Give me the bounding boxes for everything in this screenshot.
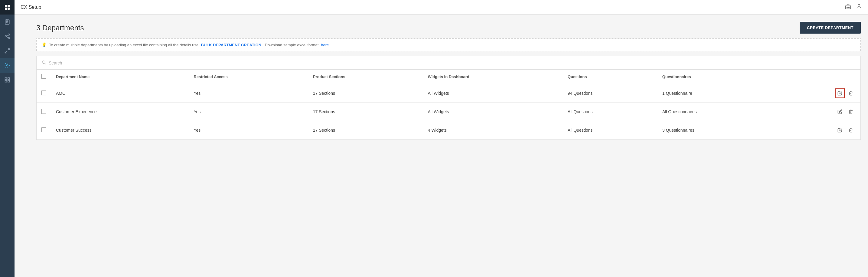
delete-button-customer-experience[interactable] (846, 107, 856, 116)
svg-point-15 (7, 65, 8, 66)
svg-rect-19 (8, 81, 10, 82)
svg-rect-21 (847, 7, 848, 8)
svg-point-25 (42, 61, 45, 63)
info-text-before: To create multiple departments by upload… (49, 43, 198, 47)
svg-line-11 (6, 37, 8, 37)
trash-icon (848, 128, 853, 133)
here-link[interactable]: here (321, 43, 329, 47)
table-row: AMC Yes 17 Sections All Widgets 94 Quest… (37, 84, 861, 103)
page-title: 3 Departments (36, 24, 84, 32)
header-questionnaires: Questionnaires (657, 70, 778, 84)
svg-line-14 (5, 52, 7, 53)
select-all-checkbox[interactable] (41, 74, 46, 79)
svg-rect-20 (846, 6, 851, 9)
sidebar-logo (0, 0, 14, 15)
row-questionnaires-customer-experience: All Questionnaires (657, 103, 778, 121)
create-department-button[interactable]: CREATE DEPARTMENT (800, 22, 861, 34)
topbar-title: CX Setup (21, 4, 41, 10)
search-wrap (41, 60, 856, 66)
grid-logo-icon (4, 4, 10, 10)
user-icon[interactable] (856, 3, 862, 11)
table-header: Department Name Restricted Access Produc… (37, 70, 861, 84)
svg-rect-23 (849, 7, 850, 8)
svg-rect-17 (8, 78, 10, 80)
sidebar-item-clipboard[interactable] (0, 15, 14, 29)
svg-rect-1 (7, 5, 10, 7)
search-row (37, 56, 861, 70)
row-checkbox-customer-experience[interactable] (41, 109, 46, 114)
header-restricted-access: Restricted Access (189, 70, 308, 84)
search-input[interactable] (49, 60, 856, 65)
settings-icon (4, 62, 10, 68)
row-department-name-customer-experience: Customer Experience (51, 103, 189, 121)
page-title-label: Departments (42, 24, 84, 32)
header-widgets-dashboard: Widgets In Dashboard (423, 70, 563, 84)
svg-rect-0 (5, 5, 7, 7)
row-questionnaires-customer-success: 3 Questionnaires (657, 121, 778, 140)
row-sections-customer-success: 17 Sections (308, 121, 423, 140)
delete-button-amc[interactable] (846, 88, 856, 98)
row-widgets-customer-success: 4 Widgets (423, 121, 563, 140)
table-row: Customer Experience Yes 17 Sections All … (37, 103, 861, 121)
edit-button-customer-success[interactable] (835, 125, 845, 135)
svg-rect-16 (5, 78, 7, 80)
grid2-icon (4, 77, 10, 83)
svg-point-8 (8, 34, 10, 35)
info-banner: 💡 To create multiple departments by uplo… (36, 38, 861, 51)
edit-button-customer-experience[interactable] (835, 107, 845, 116)
row-checkbox-cell (37, 103, 51, 121)
table-body: AMC Yes 17 Sections All Widgets 94 Quest… (37, 84, 861, 140)
clipboard-icon (4, 19, 10, 25)
row-questionnaires-amc: 1 Questionnaire (657, 84, 778, 103)
trash-icon (848, 109, 853, 114)
svg-point-9 (5, 36, 7, 37)
info-text-after: . (331, 43, 332, 47)
bank-icon[interactable] (845, 3, 851, 11)
bulk-creation-link[interactable]: BULK DEPARTMENT CREATION (201, 43, 261, 47)
header-actions (778, 70, 861, 84)
row-actions-customer-success (778, 121, 861, 140)
table-container: Department Name Restricted Access Produc… (36, 56, 861, 140)
row-restricted-customer-experience: Yes (189, 103, 308, 121)
row-questions-customer-experience: All Questions (563, 103, 657, 121)
row-checkbox-amc[interactable] (41, 90, 46, 95)
svg-rect-18 (5, 81, 7, 82)
row-widgets-customer-experience: All Widgets (423, 103, 563, 121)
main-content: 3 Departments CREATE DEPARTMENT 💡 To cre… (29, 15, 868, 277)
table-row: Customer Success Yes 17 Sections 4 Widge… (37, 121, 861, 140)
search-icon (41, 60, 46, 66)
row-checkbox-customer-success[interactable] (41, 128, 46, 132)
row-restricted-customer-success: Yes (189, 121, 308, 140)
info-text-middle: .Download sample excel format (264, 43, 318, 47)
svg-line-26 (45, 63, 46, 64)
sidebar-item-settings[interactable] (0, 58, 14, 73)
svg-rect-2 (5, 7, 7, 10)
row-sections-amc: 17 Sections (308, 84, 423, 103)
svg-point-10 (8, 37, 10, 39)
topbar: CX Setup (14, 0, 868, 15)
sidebar (0, 0, 14, 277)
sidebar-item-share[interactable] (0, 29, 14, 44)
edit-button-amc[interactable] (835, 88, 845, 98)
row-checkbox-cell (37, 121, 51, 140)
row-department-name-customer-success: Customer Success (51, 121, 189, 140)
row-department-name-amc: AMC (51, 84, 189, 103)
row-questions-amc: 94 Questions (563, 84, 657, 103)
svg-point-24 (858, 4, 860, 6)
header-department-name: Department Name (51, 70, 189, 84)
trash-icon (848, 91, 853, 96)
edit-icon (837, 109, 842, 114)
header-row: 3 Departments CREATE DEPARTMENT (36, 22, 861, 34)
row-restricted-amc: Yes (189, 84, 308, 103)
sidebar-item-grid2[interactable] (0, 73, 14, 87)
header-questions: Questions (563, 70, 657, 84)
page-title-count: 3 (36, 24, 40, 32)
delete-button-customer-success[interactable] (846, 125, 856, 135)
row-actions-amc (778, 84, 861, 103)
row-questions-customer-success: All Questions (563, 121, 657, 140)
sidebar-item-arrow[interactable] (0, 44, 14, 58)
svg-rect-3 (7, 7, 10, 10)
header-row-tr: Department Name Restricted Access Produc… (37, 70, 861, 84)
edit-icon (837, 91, 842, 96)
share-icon (4, 33, 10, 39)
